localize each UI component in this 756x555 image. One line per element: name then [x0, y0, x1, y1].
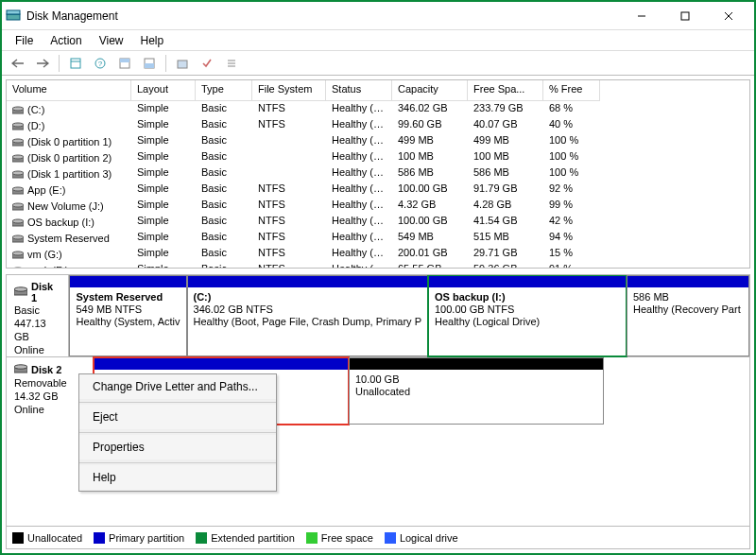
svg-rect-3 [681, 12, 689, 20]
cell-type: Basic [196, 214, 252, 230]
col-volume[interactable]: Volume [7, 80, 131, 101]
table-row[interactable]: (C:)SimpleBasicNTFSHealthy (B...346.02 G… [7, 101, 749, 117]
col-status[interactable]: Status [326, 80, 392, 101]
cell-fs: NTFS [252, 262, 326, 268]
partition-status: Healthy (Logical Drive) [435, 316, 620, 328]
partition-size: 10.00 GB [355, 373, 597, 386]
apply-icon[interactable] [197, 53, 217, 74]
col-free[interactable]: Free Spa... [468, 80, 543, 101]
cell-pct: 100 % [543, 133, 600, 149]
col-capacity[interactable]: Capacity [392, 80, 468, 101]
partition[interactable]: 586 MBHealthy (Recovery Part [627, 275, 749, 356]
table-row[interactable]: vm (G:)SimpleBasicNTFSHealthy (P...200.0… [7, 246, 749, 262]
menu-action[interactable]: Action [43, 32, 89, 49]
cell-type: Basic [196, 101, 252, 117]
disk-type: Removable [14, 376, 85, 390]
partition-stripe [350, 358, 603, 370]
cell-status: Healthy (E... [326, 149, 392, 165]
drive-icon [12, 153, 24, 163]
close-button[interactable] [707, 3, 750, 29]
volume-name: New Volume (J:) [27, 200, 104, 212]
forward-button[interactable] [32, 53, 53, 74]
disk-size: 14.32 GB [14, 390, 85, 403]
table-row[interactable]: New Volume (J:)SimpleBasicNTFSHealthy (P… [7, 198, 749, 214]
col-layout[interactable]: Layout [131, 80, 196, 101]
cell-capacity: 100.00 GB [392, 182, 468, 198]
svg-point-23 [12, 139, 24, 143]
table-row[interactable]: System ReservedSimpleBasicNTFSHealthy (S… [7, 230, 749, 246]
col-pct[interactable]: % Free [543, 80, 600, 101]
maximize-button[interactable] [663, 3, 707, 29]
svg-rect-14 [178, 61, 187, 68]
ctx-change-drive-letter[interactable]: Change Drive Letter and Paths... [79, 374, 276, 400]
menu-view[interactable]: View [92, 32, 131, 49]
table-row[interactable]: App (E:)SimpleBasicNTFSHealthy (P...100.… [7, 182, 749, 198]
cell-status: Healthy (P... [326, 198, 392, 214]
cell-type: Basic [196, 133, 252, 149]
partition[interactable]: OS backup (I:)100.00 GB NTFSHealthy (Log… [428, 275, 627, 356]
cell-fs: NTFS [252, 246, 326, 262]
partition-body: OS backup (I:)100.00 GB NTFSHealthy (Log… [429, 287, 626, 356]
table-row[interactable]: (Disk 0 partition 2)SimpleBasicHealthy (… [7, 149, 749, 165]
cell-capacity: 499 MB [392, 133, 468, 149]
help-icon[interactable]: ? [90, 53, 111, 74]
cell-pct: 99 % [543, 198, 600, 214]
partition-stripe [627, 276, 748, 287]
cell-pct: 40 % [543, 117, 600, 133]
settings-icon[interactable] [172, 53, 193, 74]
table-row[interactable]: work (F:)SimpleBasicNTFSHealthy (P...65.… [7, 262, 749, 268]
minimize-button[interactable] [620, 3, 663, 29]
disk-name: Disk 2 [31, 364, 61, 375]
menu-help[interactable]: Help [133, 32, 172, 49]
cell-free: 499 MB [468, 133, 543, 149]
view2-icon[interactable] [139, 53, 160, 74]
cell-type: Basic [196, 246, 252, 262]
partition-size: 586 MB [633, 291, 743, 304]
volume-rows: (C:)SimpleBasicNTFSHealthy (B...346.02 G… [7, 101, 749, 268]
table-row[interactable]: OS backup (I:)SimpleBasicNTFSHealthy (L.… [7, 214, 749, 230]
partition[interactable]: 10.00 GBUnallocated [349, 357, 604, 425]
cell-capacity: 65.55 GB [392, 262, 468, 268]
back-button[interactable] [8, 53, 28, 74]
svg-point-21 [12, 123, 24, 127]
cell-status: Healthy (R... [326, 133, 392, 149]
cell-fs [252, 165, 326, 182]
refresh-icon[interactable] [65, 53, 86, 74]
ctx-help[interactable]: Help [79, 465, 276, 491]
cell-type: Basic [196, 182, 252, 198]
legend-free: Free space [306, 532, 373, 544]
ctx-eject[interactable]: Eject [79, 405, 276, 430]
cell-free: 41.54 GB [468, 214, 543, 230]
disk-name: Disk 1 [31, 281, 60, 304]
list-icon[interactable] [221, 53, 242, 74]
menu-file[interactable]: File [8, 32, 41, 49]
partition[interactable]: (C:)346.02 GB NTFSHealthy (Boot, Page Fi… [187, 275, 428, 356]
table-row[interactable]: (Disk 0 partition 1)SimpleBasicHealthy (… [7, 133, 749, 149]
drive-icon [12, 250, 24, 259]
cell-free: 40.07 GB [468, 117, 543, 133]
cell-status: Healthy (B... [326, 101, 392, 117]
cell-status: Healthy (S... [326, 230, 392, 246]
svg-point-27 [12, 171, 24, 175]
view1-icon[interactable] [114, 53, 135, 74]
svg-point-39 [12, 268, 24, 269]
cell-pct: 42 % [543, 214, 600, 230]
svg-point-37 [12, 251, 24, 255]
cell-capacity: 549 MB [392, 230, 468, 246]
col-type[interactable]: Type [196, 80, 252, 101]
cell-fs: NTFS [252, 214, 326, 230]
ctx-properties[interactable]: Properties [79, 435, 276, 460]
cell-capacity: 586 MB [392, 165, 468, 182]
disk-icon [14, 286, 27, 299]
ctx-divider [79, 432, 276, 433]
svg-point-33 [12, 219, 24, 223]
col-fs[interactable]: File System [252, 80, 326, 101]
partition-stripe [188, 276, 427, 287]
ctx-divider [79, 402, 276, 403]
table-row[interactable]: (Disk 1 partition 3)SimpleBasicHealthy (… [7, 165, 749, 182]
partition-stripe [70, 276, 185, 287]
legend: Unallocated Primary partition Extended p… [7, 526, 749, 548]
cell-layout: Simple [131, 149, 196, 165]
partition[interactable]: System Reserved549 MB NTFSHealthy (Syste… [69, 275, 186, 356]
table-row[interactable]: (D:)SimpleBasicNTFSHealthy (B...99.60 GB… [7, 117, 749, 133]
